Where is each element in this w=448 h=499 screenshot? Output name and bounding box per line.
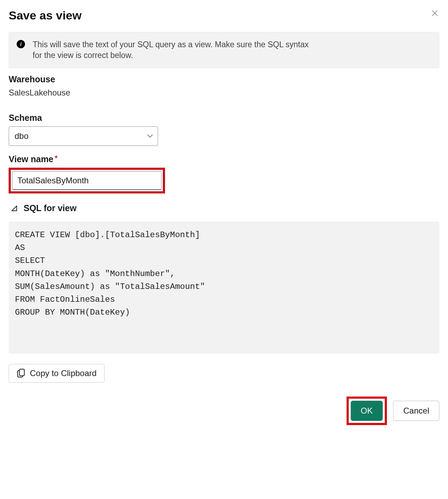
warehouse-label: Warehouse — [9, 74, 439, 84]
view-name-label: View name* — [9, 154, 439, 164]
sql-heading-text: SQL for view — [24, 203, 76, 213]
close-button[interactable] — [430, 9, 439, 18]
info-text: This will save the text of your SQL quer… — [33, 39, 310, 61]
ok-highlight: OK — [347, 397, 387, 425]
info-banner: i This will save the text of your SQL qu… — [9, 32, 439, 68]
sql-triangle-icon — [10, 205, 18, 212]
info-icon: i — [17, 40, 25, 48]
schema-select[interactable]: dbo — [9, 126, 158, 146]
required-asterisk: * — [55, 154, 58, 162]
sql-code-block[interactable]: CREATE VIEW [dbo].[TotalSalesByMonth] AS… — [9, 222, 439, 354]
copy-to-clipboard-button[interactable]: Copy to Clipboard — [9, 364, 105, 383]
cancel-button[interactable]: Cancel — [393, 401, 439, 421]
schema-selected-value: dbo — [15, 131, 28, 141]
schema-label: Schema — [9, 113, 439, 123]
close-icon — [432, 10, 438, 16]
warehouse-value: SalesLakehouse — [9, 88, 439, 98]
svg-rect-1 — [19, 369, 24, 376]
dialog-footer: OK Cancel — [9, 397, 439, 425]
view-name-highlight — [9, 168, 165, 193]
ok-button[interactable]: OK — [351, 401, 383, 421]
dialog-title: Save as view — [9, 9, 82, 22]
copy-button-label: Copy to Clipboard — [30, 368, 97, 378]
sql-heading: SQL for view — [9, 203, 439, 213]
view-name-input[interactable] — [12, 171, 161, 190]
copy-icon — [17, 368, 25, 378]
